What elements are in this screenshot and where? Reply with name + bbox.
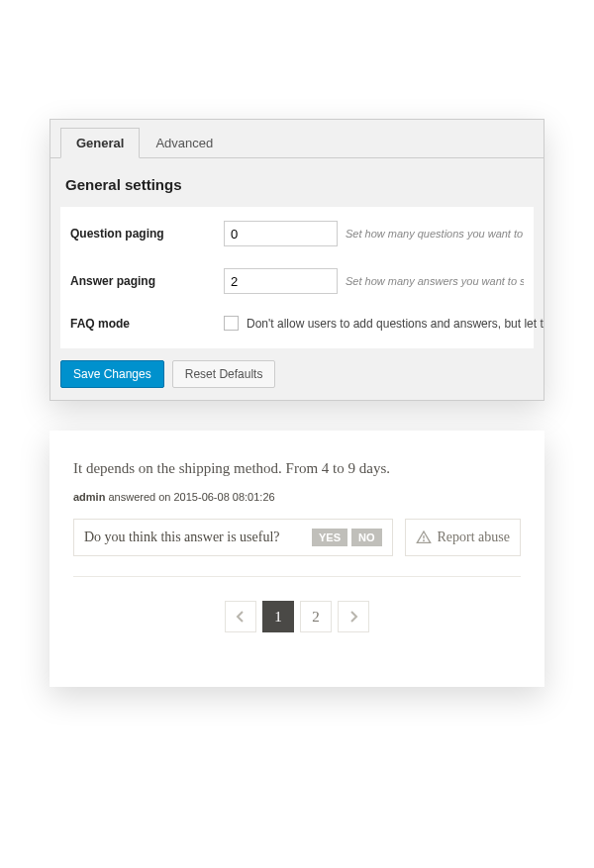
input-answer-paging[interactable] — [224, 268, 338, 294]
prev-page-button[interactable] — [225, 601, 256, 632]
settings-panel: General Advanced General settings Questi… — [50, 119, 544, 401]
tab-advanced[interactable]: Advanced — [140, 128, 229, 158]
yes-button[interactable]: YES — [312, 529, 347, 546]
form-body: Question paging Set how many questions y… — [60, 207, 534, 348]
page-1-button[interactable]: 1 — [262, 601, 294, 632]
chevron-left-icon — [236, 610, 246, 624]
answer-author: admin — [73, 491, 105, 503]
useful-question: Do you think this answer is useful? — [84, 530, 280, 545]
button-row: Save Changes Reset Defaults — [50, 360, 544, 400]
desc-question-paging: Set how many questions you want to show … — [346, 228, 524, 240]
useful-box: Do you think this answer is useful? YES … — [73, 519, 393, 556]
report-abuse-label: Report abuse — [438, 530, 510, 545]
save-button[interactable]: Save Changes — [60, 360, 164, 388]
answer-text: It depends on the shipping method. From … — [73, 460, 521, 477]
checkbox-faq-mode[interactable] — [224, 316, 239, 331]
yes-no-group: YES NO — [312, 529, 382, 546]
next-page-button[interactable] — [338, 601, 369, 632]
answer-panel: It depends on the shipping method. From … — [50, 431, 544, 687]
checkbox-wrap-faq: Don't allow users to add questions and a… — [224, 316, 544, 331]
label-question-paging: Question paging — [70, 227, 224, 241]
desc-answer-paging: Set how many answers you want to show fo… — [346, 275, 524, 287]
reset-button[interactable]: Reset Defaults — [172, 360, 276, 388]
no-button[interactable]: NO — [351, 529, 382, 546]
answer-timestamp: answered on 2015-06-08 08:01:26 — [105, 491, 274, 503]
section-title: General settings — [50, 158, 544, 207]
report-abuse-button[interactable]: Report abuse — [405, 519, 521, 556]
tab-general[interactable]: General — [60, 128, 140, 158]
tabs: General Advanced — [50, 120, 544, 158]
row-answer-paging: Answer paging Set how many answers you w… — [70, 268, 524, 294]
svg-point-1 — [423, 540, 424, 541]
label-answer-paging: Answer paging — [70, 274, 224, 288]
useful-bar: Do you think this answer is useful? YES … — [73, 519, 521, 556]
answer-meta: admin answered on 2015-06-08 08:01:26 — [73, 491, 521, 503]
desc-faq-mode: Don't allow users to add questions and a… — [247, 317, 544, 331]
row-question-paging: Question paging Set how many questions y… — [70, 221, 524, 246]
chevron-right-icon — [348, 610, 358, 624]
warning-icon — [416, 530, 432, 545]
label-faq-mode: FAQ mode — [70, 317, 224, 331]
pagination: 1 2 — [73, 601, 521, 632]
page-2-button[interactable]: 2 — [300, 601, 332, 632]
divider — [73, 576, 521, 577]
row-faq-mode: FAQ mode Don't allow users to add questi… — [70, 316, 524, 331]
input-question-paging[interactable] — [224, 221, 338, 246]
